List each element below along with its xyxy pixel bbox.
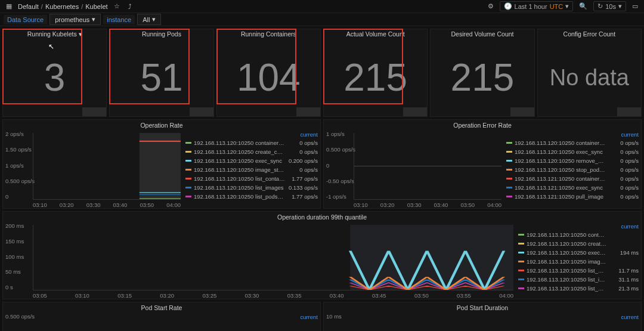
top-bar: ▦ Default/ Kubernetes/ Kubelet ☆ ⤴ ⚙ 🕘 L… [0,0,644,13]
legend-value: 0 ops/s [609,184,639,191]
legend-header: current [504,131,641,138]
legend-item[interactable]: 192.168.113.120:10250 container_status [516,230,641,239]
tick: 03:55 [457,292,471,299]
legend-header: current [183,131,320,138]
legend: current192.168.113.120:10250 container_s… [183,131,320,208]
stat-panel[interactable]: Running Kubelets ▾3↖ [2,29,107,117]
tick: 03:05 [33,292,47,299]
stat-panel[interactable]: Desired Volume Count215 [430,29,534,117]
legend-swatch [506,178,512,180]
legend-value: 0 ops/s [288,166,318,173]
share-icon[interactable]: ⤴ [126,3,134,10]
legend-label: 192.168.113.120:10250 container_status [527,231,606,238]
tick: 04:00 [166,202,181,208]
tick: 100 ms [5,253,24,260]
legend-item[interactable]: 192.168.113.120:10250 exec_sync0 ops/s [504,147,641,156]
panel-operation-rate[interactable]: Operation Rate 2 ops/s1.50 ops/s1 ops/s0… [2,119,321,209]
refresh-picker[interactable]: ↻ 10s ▾ [593,1,626,11]
crumb[interactable]: Kubelet [85,3,107,10]
stat-panel[interactable]: Actual Volume Count215 [323,29,428,117]
legend-header: current [504,313,641,321]
legend-item[interactable]: 192.168.113.120:10250 create_container0 … [183,147,320,156]
svg-rect-0 [140,133,181,199]
stat-panel[interactable]: Running Containers104 [216,29,321,117]
legend-label: 192.168.113.120:10250 container_status [515,140,606,146]
stat-panel[interactable]: Config Error CountNo data [537,29,642,117]
legend-item[interactable]: 192.168.113.120:10250 container_status0 … [183,138,320,147]
refresh-icon: ↻ [597,2,603,10]
tick: 03:30 [86,202,101,208]
legend-value: 0 ops/s [609,193,639,200]
legend-item[interactable]: 192.168.113.120:10250 list_images0.133 o… [183,183,320,192]
legend-label: 192.168.113.120:10250 image_status [527,258,606,265]
stat-row: Running Kubelets ▾3↖Running Pods51Runnin… [0,26,644,119]
sparkline [403,107,427,116]
panel-title: Pod Start Rate [3,302,320,313]
legend-value: 0 ops/s [609,149,639,155]
legend-header: current [516,222,641,230]
legend-value: 0 ops/s [609,157,639,164]
var-value: All [143,16,150,23]
var-select-datasource[interactable]: prometheus▾ [49,14,101,25]
legend-item[interactable]: 192.168.113.120:10250 stop_podsandbox0 o… [504,165,641,174]
panel-title: Operation Rate [3,120,320,131]
panel-pod-start-rate[interactable]: Pod Start Rate 0.500 ops/s current [2,302,321,331]
tick: 2 ops/s [5,131,35,137]
legend-item[interactable]: 192.168.113.120:10250 exec_sync194 ms [516,248,641,257]
legend-item[interactable]: 192.168.113.120:10250 list_podsandbox1.7… [183,192,320,201]
panel-operation-error-rate[interactable]: Operation Error Rate 1 ops/s0.500 ops/s0… [323,119,642,209]
legend-item[interactable]: 192.168.113.120:10250 list_containers11.… [516,266,641,275]
tick: 03:50 [140,202,154,208]
tick: 0 [5,193,35,200]
legend-item[interactable]: 192.168.113.120:10250 create_container [516,239,641,248]
legend-label: 192.168.113.120:10250 list_images [194,184,286,191]
tick: 03:50 [414,292,429,299]
legend-item[interactable]: 192.168.113.120:10250 image_status [516,257,641,266]
tick: 03:20 [380,202,395,208]
var-select-instance[interactable]: All▾ [137,14,161,25]
y-axis: 200 ms150 ms100 ms50 ms0 s [5,222,24,290]
legend-item[interactable]: 192.168.113.120:10250 exec_sync0.200 ops… [183,156,320,165]
tick: 150 ms [5,238,24,245]
settings-icon[interactable]: ⚙ [485,2,496,10]
legend-value: 0 ops/s [288,140,318,146]
breadcrumb: Default/ Kubernetes/ Kubelet [18,3,108,10]
star-icon[interactable]: ☆ [112,2,122,10]
legend-item[interactable]: 192.168.113.120:10250 list_images31.1 ms [516,275,641,284]
zoom-out-icon[interactable]: 🔍 [577,2,590,10]
tick: 03:10 [354,202,368,208]
tick: 03:40 [434,202,448,208]
legend-item[interactable]: 192.168.113.121:10250 pull_image0 ops/s [504,192,641,201]
dashboard-grid-icon[interactable]: ▦ [4,2,14,10]
panel-title: Running Containers [217,29,320,39]
legend-item[interactable]: 192.168.113.120:10250 image_status0 ops/… [183,165,320,174]
cursor-icon: ↖ [48,42,54,51]
stat-panel[interactable]: Running Pods51 [109,29,213,117]
legend-item[interactable]: 192.168.113.121:10250 exec_sync0 ops/s [504,183,641,192]
legend-value: 0.133 ops/s [288,184,318,191]
time-range-picker[interactable]: 🕘 Last 1 hour UTC ▾ [500,1,574,11]
chevron-down-icon: ▾ [92,16,95,23]
crumb[interactable]: Default [18,3,39,10]
panel-pod-start-duration[interactable]: Pod Start Duration 10 ms current [323,302,642,331]
x-axis: 03:1003:2003:3003:4003:5004:00 [354,202,501,208]
tick: 0 [326,162,355,169]
sparkline [617,107,641,116]
legend-item[interactable]: 192.168.113.121:10250 container_status0 … [504,174,641,183]
tick: 0.500 ops/s [5,178,35,184]
chevron-down-icon: ▾ [565,2,569,10]
legend-item[interactable]: 192.168.113.120:10250 list_podsandbox21.… [516,284,641,293]
tick: 10 ms [326,313,342,320]
legend-value: 1.77 ops/s [288,193,318,200]
legend-item[interactable]: 192.168.113.120:10250 list_containers1.7… [183,174,320,183]
panel-operation-duration[interactable]: Operation duration 99th quantile 200 ms1… [2,211,642,299]
legend-item[interactable]: 192.168.113.120:10250 container_status0 … [504,138,641,147]
crumb[interactable]: Kubernetes [45,3,79,10]
stat-value: 3 [3,39,106,116]
panel-title: Config Error Count [538,29,641,39]
tick: 03:10 [75,292,89,299]
legend-label: 192.168.113.120:10250 stop_podsandbox [515,166,606,173]
panel-title: Operation duration 99th quantile [3,212,641,222]
legend-item[interactable]: 192.168.113.120:10250 remove_container0 … [504,156,641,165]
tv-icon[interactable]: ▭ [630,2,640,10]
